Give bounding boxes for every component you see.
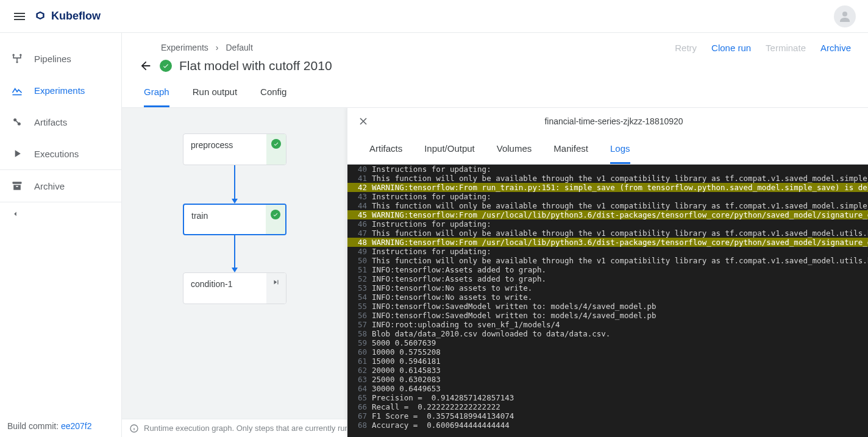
log-line: 43Instructions for updating: (347, 192, 868, 201)
node-status (266, 273, 286, 304)
artifacts-icon (11, 116, 23, 128)
log-line: 40Instructions for updating: (347, 165, 868, 174)
sidebar-item-pipelines[interactable]: Pipelines (0, 43, 121, 74)
tab-graph[interactable]: Graph (144, 87, 169, 107)
sidebar-item-executions[interactable]: Executions (0, 138, 121, 169)
breadcrumb-sep: › (216, 43, 219, 52)
panel-tabs: Artifacts Input/Output Volumes Manifest … (347, 135, 868, 165)
experiments-icon (11, 84, 23, 96)
breadcrumb: Experiments › Default (161, 43, 332, 52)
graph-node-condition-1[interactable]: condition-1 (183, 272, 286, 304)
panel-tab-manifest[interactable]: Manifest (553, 135, 588, 164)
log-line: 55INFO:tensorflow:SavedModel written to:… (347, 302, 868, 311)
log-line: 595000 0.5607639 (347, 338, 868, 347)
graph-node-train[interactable]: train (183, 204, 286, 235)
sidebar-collapse-button[interactable] (0, 202, 121, 228)
log-line: 46Instructions for updating: (347, 219, 868, 229)
action-buttons: Retry Clone run Terminate Archive (675, 43, 851, 53)
sidebar-item-archive[interactable]: Archive (0, 170, 121, 202)
main-content: Experiments › Default Flat model with cu… (122, 33, 868, 437)
tab-run-output[interactable]: Run output (193, 87, 237, 107)
log-line: 66Recall = 0.2222222222222222 (347, 402, 868, 411)
log-line: 44This function will only be available t… (347, 201, 868, 210)
check-icon (271, 210, 280, 219)
log-line: 42WARNING:tensorflow:From run_train.py:1… (347, 183, 868, 192)
main-tabs: Graph Run output Config (122, 73, 868, 108)
hamburger-menu-icon[interactable] (12, 9, 27, 24)
sidebar-label: Experiments (34, 85, 85, 96)
sidebar: Pipelines Experiments Artifacts Executio… (0, 33, 122, 437)
panel-tab-logs[interactable]: Logs (610, 135, 630, 164)
close-icon[interactable] (357, 115, 369, 127)
skip-next-icon (272, 278, 280, 286)
archive-icon (11, 180, 23, 192)
info-icon (129, 424, 139, 433)
build-commit-link[interactable]: ee207f2 (61, 421, 92, 431)
log-line: 68Accuracy = 0.6006944444444444 (347, 421, 868, 430)
archive-button[interactable]: Archive (820, 43, 851, 53)
log-line: 67F1 Score = 0.35754189944134074 (347, 411, 868, 421)
retry-button: Retry (675, 43, 697, 53)
log-line: 6220000 0.6145833 (347, 366, 868, 375)
log-line: 53INFO:tensorflow:No assets to write. (347, 283, 868, 293)
node-status (266, 134, 286, 165)
graph-canvas[interactable]: preprocess train condition-1 Runtime exe… (122, 108, 868, 437)
panel-tab-io[interactable]: Input/Output (424, 135, 475, 164)
build-commit: Build commit: ee207f2 (0, 415, 121, 437)
run-header: Experiments › Default Flat model with cu… (122, 33, 868, 73)
tab-config[interactable]: Config (260, 87, 286, 107)
user-avatar[interactable] (834, 5, 856, 27)
breadcrumb-experiments[interactable]: Experiments (161, 43, 208, 52)
svg-point-1 (13, 54, 15, 56)
executions-icon (11, 147, 23, 160)
node-label: preprocess (183, 134, 266, 165)
svg-point-0 (842, 12, 847, 16)
logs-viewer[interactable]: 40Instructions for updating:41This funct… (347, 165, 868, 437)
log-line: 50This function will only be available t… (347, 256, 868, 265)
sidebar-label: Executions (34, 149, 79, 159)
svg-point-3 (16, 61, 18, 63)
sidebar-label: Archive (34, 181, 65, 191)
pipelines-icon (11, 52, 23, 65)
sidebar-label: Pipelines (34, 54, 71, 64)
header-left: Kubeflow (12, 9, 101, 24)
page-title: Flat model with cutoff 2010 (179, 59, 332, 73)
brand-name: Kubeflow (51, 10, 101, 23)
log-line: 54INFO:tensorflow:No assets to write. (347, 293, 868, 302)
log-line: 41This function will only be available t… (347, 174, 868, 183)
svg-point-2 (20, 54, 21, 56)
svg-rect-6 (13, 182, 22, 183)
node-status (266, 205, 285, 234)
log-line: 52INFO:tensorflow:Assets added to graph. (347, 274, 868, 283)
log-line: 65Precision = 0.9142857142857143 (347, 393, 868, 402)
graph-node-preprocess[interactable]: preprocess (183, 133, 286, 165)
brand-logo[interactable]: Kubeflow (34, 10, 101, 23)
log-line: 57INFO:root:uploading to sven_kf_1/model… (347, 320, 868, 329)
status-success-icon (160, 60, 172, 72)
log-line: 58Blob data/data_2010.csv downloaded to … (347, 329, 868, 338)
log-line: 51INFO:tensorflow:Assets added to graph. (347, 265, 868, 274)
node-label: condition-1 (183, 273, 266, 304)
breadcrumb-default[interactable]: Default (226, 43, 252, 52)
sidebar-label: Artifacts (34, 117, 67, 127)
log-line: 6325000 0.6302083 (347, 375, 868, 384)
log-line: 6010000 0.5755208 (347, 347, 868, 357)
sidebar-item-experiments[interactable]: Experiments (0, 74, 121, 106)
log-line: 6115000 0.5946181 (347, 357, 868, 366)
log-line: 48WARNING:tensorflow:From /usr/local/lib… (347, 238, 868, 247)
log-line: 45WARNING:tensorflow:From /usr/local/lib… (347, 210, 868, 219)
back-arrow-icon[interactable] (139, 59, 152, 73)
log-line: 47This function will only be available t… (347, 229, 868, 238)
app-header: Kubeflow (0, 0, 868, 33)
sidebar-item-artifacts[interactable]: Artifacts (0, 106, 121, 138)
clone-run-button[interactable]: Clone run (711, 43, 751, 53)
terminate-button: Terminate (766, 43, 806, 53)
panel-tab-volumes[interactable]: Volumes (497, 135, 532, 164)
node-label: train (184, 205, 266, 234)
node-details-panel: financial-time-series-zjkzz-18810920 Art… (347, 108, 868, 437)
check-icon (271, 139, 281, 149)
panel-title: financial-time-series-zjkzz-18810920 (369, 116, 858, 126)
log-line: 56INFO:tensorflow:SavedModel written to:… (347, 311, 868, 320)
panel-tab-artifacts[interactable]: Artifacts (369, 135, 402, 164)
log-line: 49Instructions for updating: (347, 247, 868, 256)
